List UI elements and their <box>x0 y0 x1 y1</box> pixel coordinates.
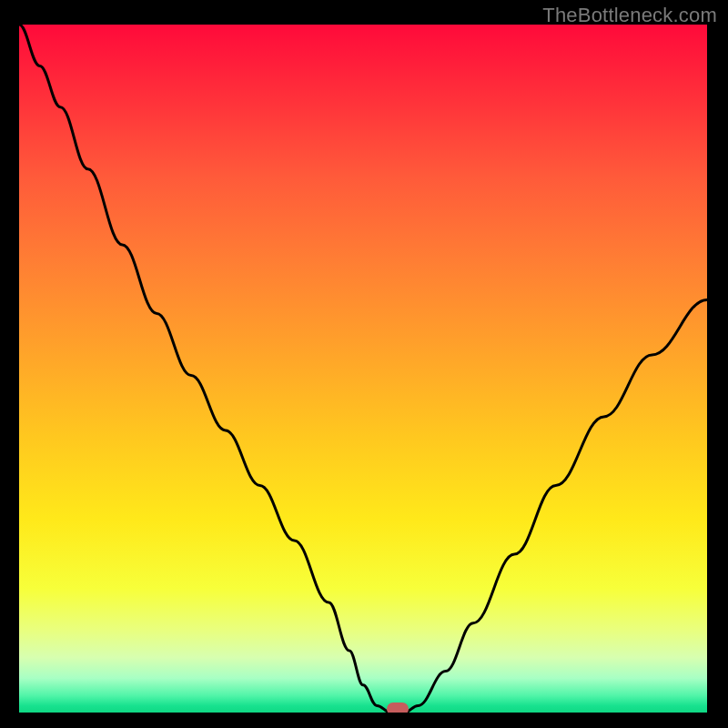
plot-area <box>19 25 707 713</box>
bottleneck-curve <box>19 25 707 713</box>
curve-path <box>19 25 707 713</box>
chart-frame: TheBottleneck.com <box>0 0 728 728</box>
watermark-text: TheBottleneck.com <box>542 4 717 27</box>
optimal-marker <box>387 703 409 713</box>
